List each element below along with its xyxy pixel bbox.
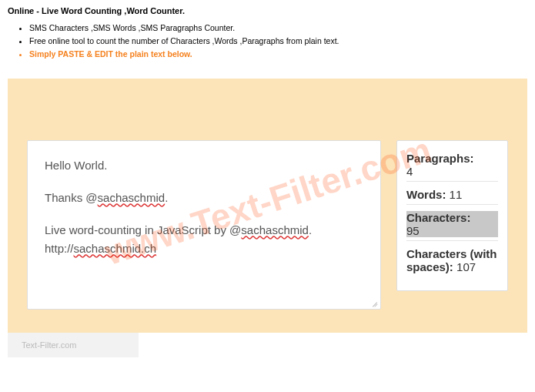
stat-value: 107 <box>456 260 476 273</box>
stat-label: Characters: <box>406 211 498 224</box>
editor-text: Hello World. <box>45 159 107 172</box>
stat-paragraphs: Paragraphs: 4 <box>406 152 498 182</box>
stat-value: 4 <box>406 165 498 178</box>
page-header: Online - Live Word Counting ,Word Counte… <box>0 0 535 63</box>
spelling-error: sachaschmid.ch <box>74 242 157 255</box>
feature-list: SMS Characters ,SMS Words ,SMS Paragraph… <box>8 22 527 60</box>
stat-label: Characters (with spaces): <box>406 247 497 273</box>
page-title: Online - Live Word Counting ,Word Counte… <box>8 6 527 15</box>
spelling-error: sachaschmid <box>98 191 166 204</box>
editor-text: . <box>309 223 312 236</box>
panels-row: Hello World. Thanks @sachaschmid. Live w… <box>27 140 508 310</box>
feature-item-highlight: Simply PASTE & EDIT the plain text below… <box>29 48 527 61</box>
stat-label: Words: <box>406 188 446 201</box>
feature-item: SMS Characters ,SMS Words ,SMS Paragraph… <box>29 22 527 35</box>
editor-text: Thanks @ <box>45 191 98 204</box>
stat-characters-spaces: Characters (with spaces): 107 <box>406 247 498 276</box>
editor-text: Live word-counting in JavaScript by @ <box>45 223 241 236</box>
resize-handle-icon[interactable] <box>369 298 379 307</box>
stat-value: 11 <box>450 188 463 201</box>
stat-words: Words: 11 <box>406 188 498 205</box>
editor-line: Hello World. <box>45 156 363 175</box>
editor-line: Thanks @sachaschmid. <box>45 189 363 207</box>
feature-item: Free online tool to count the number of … <box>29 35 527 48</box>
editor-text: . <box>165 191 168 204</box>
footer-credit: Text-Filter.com <box>8 333 139 357</box>
spelling-error: sachaschmid <box>241 223 309 236</box>
stat-label: Paragraphs: <box>406 152 498 165</box>
main-stage: www.Text-Filter.com Hello World. Thanks … <box>8 79 527 333</box>
stats-panel: Paragraphs: 4 Words: 11 Characters: 95 C… <box>396 140 508 291</box>
stat-characters: Characters: 95 <box>406 211 498 241</box>
editor-text: http:// <box>45 242 74 255</box>
text-editor[interactable]: Hello World. Thanks @sachaschmid. Live w… <box>27 140 381 310</box>
stat-value: 95 <box>406 224 498 237</box>
editor-line: Live word-counting in JavaScript by @sac… <box>45 221 363 258</box>
